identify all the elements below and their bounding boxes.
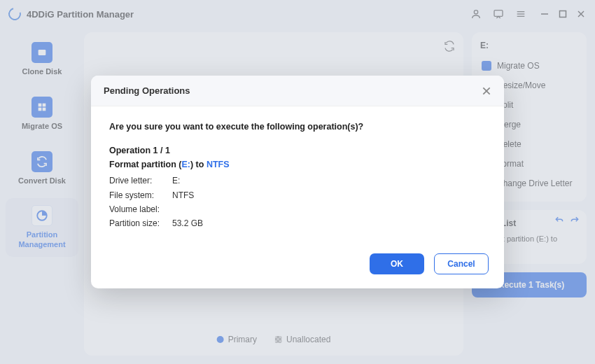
modal-overlay: Pending Operations Are you sure you want… bbox=[0, 0, 595, 364]
detail-value: 53.2 GB bbox=[172, 218, 203, 228]
detail-label: File system: bbox=[109, 188, 172, 202]
confirm-question: Are you sure you want to execute the fol… bbox=[109, 122, 486, 132]
detail-label: Partition size: bbox=[109, 216, 172, 230]
operation-title: Format partition (E:) to NTFS bbox=[109, 160, 486, 169]
operation-count: Operation 1 / 1 bbox=[109, 146, 486, 155]
dialog-title: Pending Operations bbox=[104, 85, 190, 96]
pending-operations-dialog: Pending Operations Are you sure you want… bbox=[91, 76, 504, 288]
ok-button[interactable]: OK bbox=[370, 253, 424, 274]
detail-label: Drive letter: bbox=[109, 174, 172, 188]
op-fs: NTFS bbox=[206, 160, 230, 169]
cancel-button[interactable]: Cancel bbox=[434, 253, 489, 274]
dialog-close-button[interactable] bbox=[482, 86, 491, 96]
op-drive: E: bbox=[181, 160, 190, 169]
operation-details: Drive letter:E: File system:NTFS Volume … bbox=[109, 174, 486, 231]
op-prefix: Format partition ( bbox=[109, 160, 181, 169]
op-mid: ) to bbox=[190, 160, 206, 169]
detail-value: NTFS bbox=[172, 190, 194, 200]
detail-label: Volume label: bbox=[109, 202, 172, 216]
detail-value: E: bbox=[172, 176, 180, 186]
